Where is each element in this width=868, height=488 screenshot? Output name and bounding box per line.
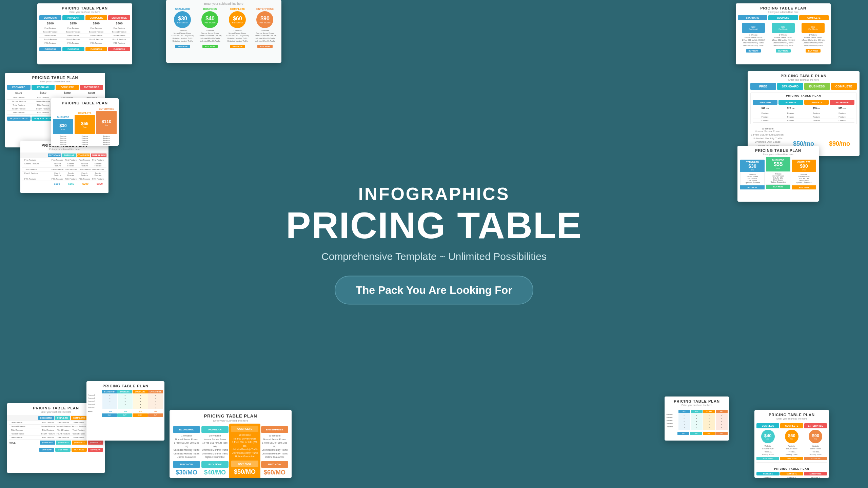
card-5-subtitle: Enter your subhead line here [748,79,860,81]
card-5-sub-prices: $10 /mo $25 /mo $35 /mo $75 /mo [751,106,856,110]
btn-buy-biz-11[interactable]: BUY NOW [756,457,779,460]
plan-v3: ENTERPRISE $110 /mo FeatureFeatureFeatur… [96,108,117,145]
btn-buynow-8-3[interactable]: BUY NOW [72,448,87,452]
card-9-title: PRICING TABLE PLAN [170,410,292,419]
btn-buynow-8-1[interactable]: BUY NOW [39,448,54,452]
card-4-pills: ECONOMIC POPULAR COMPLETE ENTERPRISE [5,85,105,91]
pill-complete-5: COMPLETE [831,83,857,90]
btn-buy-s60[interactable]: BUY NOW [806,49,821,53]
pricing-card-8b: PRICING TABLE PLAN STANDARD BUSINESS COM… [86,381,164,441]
card-7-subtitle: Enter your subhead line here [20,148,108,150]
card-2-badges: STANDARD $30 Per Month 1 WebsiteNormal S… [166,5,281,50]
card-8b-title: PRICING TABLE PLAN [86,381,164,389]
pill-business: BUSINESS [768,15,798,20]
hero-cta-button[interactable]: The Pack You Are Looking For [335,276,533,305]
card-7-price-footer: $100 $150 $200 $300 [20,181,108,187]
plan-biz-11: $40 /mo WebsiteServer PowerFree SSLMonth… [756,430,779,460]
pricing-card-11: PRICING TABLE PLAN Enter your subhead li… [754,410,829,478]
btn-buy-ent-9[interactable]: BUY NOW [261,461,288,468]
btn-purchase-2[interactable]: PURCHASE [62,47,84,51]
btn-buy-complete[interactable]: BUY NOW [230,45,245,48]
price-100: $100 [39,22,61,25]
btn-8b-3[interactable]: BUY [133,413,147,417]
btn-buy-biz-6[interactable]: BUY NOW [766,185,790,189]
btn-purchase-1[interactable]: PURCHASE [39,47,61,51]
price-300: $300 [108,22,130,25]
price-200: $200 [85,22,107,25]
badge-complete: COMPLETE $60 Per Month 1 WebsiteNormal S… [226,7,249,48]
card-1-buttons: PURCHASE PURCHASE PURCHASE PURCHASE [37,45,132,53]
card-3-pills: STANDARD BUSINESS COMPLETE [736,15,831,22]
btn-buynow-8-4[interactable]: BUY NOW [88,448,103,452]
card-4-prices: $100 $150 $200 $300 [5,91,105,96]
btn-purchase-4[interactable]: PURCHASE [108,47,130,51]
btn-buy-standard[interactable]: BUY NOW [175,45,190,48]
btn-8b-1[interactable]: BUY [102,413,117,417]
btn-buynow-8-2[interactable]: BUY NOW [55,448,71,452]
pricing-card-1: PRICING TABLE PLAN Enter your subhead li… [37,3,132,64]
pill-standard: STANDARD [738,15,767,20]
plan-complete-6: COMPLETE $90 /mo WebsiteServer PowerSSL … [792,160,816,189]
badge-standard: STANDARD $30 Per Month 1 WebsiteNormal S… [171,7,194,48]
btn-buy-s30[interactable]: BUY NOW [746,49,761,53]
plan-pop-9: POPULAR 10 WebsiteNormal Server Power1 F… [201,426,229,476]
card-11-content: BUSINESS COMPLETE ENTERPRISE $40 /mo Web… [754,422,829,478]
card-3-badges: $30 Per Month 1 WebsiteNormal Server Pow… [736,22,831,54]
btn-8b-2[interactable]: BUY [117,413,132,417]
btn-buy-comp-11[interactable]: BUY NOW [780,457,803,460]
pill-econ-4: ECONOMIC [7,85,31,90]
pill-standard-5: STANDARD [777,83,803,90]
plan-comp-11: $60 /mo WebsiteServer PowerFree SSLMonth… [780,430,803,460]
card-5-sub-features: FeatureFeatureFeatureFeature FeatureFeat… [751,110,856,124]
card-5-pills: FREE STANDARD BUSINESS COMPLETE [748,83,860,91]
price-col-50: 50 Website Normal Server Power1 Free SSL… [750,127,785,147]
card-7-features: First FeatureFirst FeatureFirst FeatureF… [20,158,108,181]
circle-business: $40 Per Month [201,11,218,28]
plan-business-6: BUSINESS $55 /mo WebsiteServer PowerSSL … [766,160,790,189]
pill-ent-4: ENTERPRISE [80,85,103,90]
btn-buy-business[interactable]: BUY NOW [202,45,218,48]
badge-s60: $60 Per Month 1 WebsiteNormal Server Pow… [802,23,825,53]
card-11-plan-cols: $40 /mo WebsiteServer PowerFree SSLMonth… [756,430,827,460]
plan-standard-6: STANDARD $30 /mo WebsiteServer PowerSSL … [740,160,765,189]
btn-request-1[interactable]: REQUEST OFFER [7,117,31,121]
btn-buy-ent-11[interactable]: BUY NOW [804,457,827,460]
btn-buy-eco-9[interactable]: BUY NOW [173,461,200,468]
btn-buy-pop-9[interactable]: BUY NOW [201,461,229,468]
pricing-card-3: PRICING TABLE PLAN Enter your subhead li… [736,3,831,64]
pill-free: FREE [750,83,776,90]
card-9-plans: ECONOMIC 1 WebsiteNormal Server Power1 F… [170,424,292,478]
plan-eco-9: ECONOMIC 1 WebsiteNormal Server Power1 F… [173,426,200,476]
card-10-price-badges: $40 $60 $80 $90 [665,431,729,436]
pricing-card-6: PRICING TABLE PLAN Enter your subhead li… [737,146,819,202]
card-4b-title: PRICING TABLE PLAN [51,98,119,106]
btn-8b-4[interactable]: BUY [148,413,163,417]
badge-enterprise: ENTERPRISE $90 Per Month 1 WebsiteNormal… [254,7,277,48]
pricing-card-10: PRICING TABLE PLAN Enter your subhead li… [665,396,729,441]
pricing-card-9: PRICING TABLE PLAN Enter your subhead li… [170,410,292,478]
card-1-title: PRICING TABLE PLAN [37,3,132,11]
card-8-buttons: BUY NOW BUY NOW BUY NOW BUY NOW [7,446,105,454]
btn-buy-comp-9[interactable]: BUY NOW [231,461,258,467]
badge-s30: $30 Per Month 1 WebsiteNormal Server Pow… [742,23,765,53]
pill-pop-4: POPULAR [32,85,55,90]
plan-ent-9: ENTERPRISE 50 WebsiteNormal Server Power… [261,426,288,476]
btn-buy-s50[interactable]: BUY NOW [776,49,791,53]
card-6-subtitle: Enter your subhead line here [737,153,819,156]
card-9-subtitle: Enter your subhead line here [170,419,292,422]
hero-subtitle: Comprehensive Template ~ Unlimited Possi… [281,251,587,262]
card-1-features: First FeatureFirst FeatureFirst FeatureF… [37,26,132,45]
btn-buy-enterprise[interactable]: BUY NOW [257,45,273,48]
card-5-sub-pills: STANDARD BUSINESS COMPLETE ENTERPRISE [751,99,856,106]
circle-complete: $60 Per Month [229,11,246,28]
btn-buy-comp-6[interactable]: BUY NOW [792,185,816,189]
hero-title: PRICING TABLE [281,207,587,244]
btn-purchase-3[interactable]: PURCHASE [85,47,107,51]
hero-infographics-label: INFOGRAPHICS [281,184,587,204]
circle-standard: $30 Per Month [174,11,191,28]
card-8b-btns: BUY BUY BUY BUY [88,413,163,417]
pill-complete-3: COMPLETE [799,15,829,20]
btn-buy-std-6[interactable]: BUY NOW [740,185,765,189]
pill-popular: POPULAR [62,15,84,20]
card-5-title: PRICING TABLE PLAN [748,71,860,79]
